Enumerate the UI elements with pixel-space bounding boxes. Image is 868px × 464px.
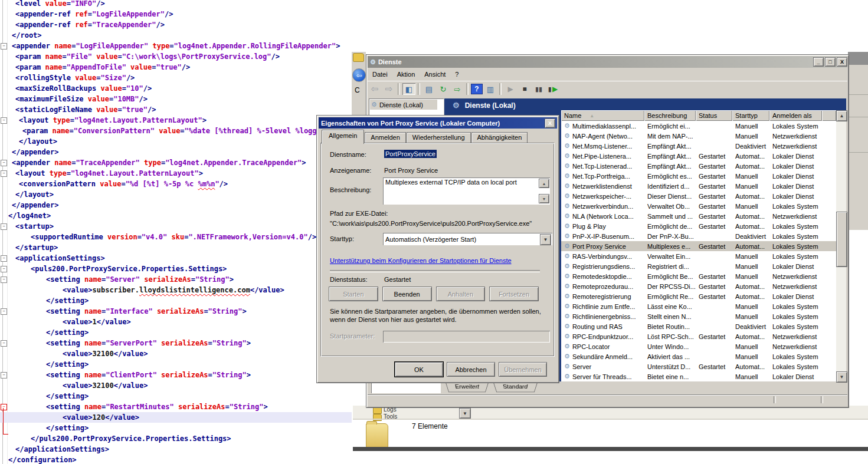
table-row[interactable]: ⚙Netzwerkverbindun...Verwaltet Ob...Gest… xyxy=(561,201,836,211)
resume-button[interactable]: Fortsetzen xyxy=(489,287,539,301)
description-label: Beschreibung: xyxy=(330,186,371,193)
scroll-down-icon[interactable]: ▼ xyxy=(539,194,549,203)
cell: ⚙Server xyxy=(561,363,644,370)
menu-ansicht[interactable]: Ansicht xyxy=(420,70,450,79)
column-header-beschreibung[interactable]: Beschreibung xyxy=(644,110,696,121)
tab-wiederherstellung[interactable]: Wiederherstellung xyxy=(407,132,471,144)
table-row[interactable]: ⚙NLA (Network Loca...Sammelt und ...Gest… xyxy=(561,211,836,221)
column-header-anmelden-als[interactable]: Anmelden als xyxy=(769,110,822,121)
properties-icon[interactable]: ▤ xyxy=(422,83,435,95)
apply-button[interactable]: Übernehmen xyxy=(499,362,547,377)
tab-standard[interactable]: Standard xyxy=(493,383,538,392)
table-row[interactable]: ⚙Richtlinie zum Entfe...Lässt eine Ko...… xyxy=(561,301,836,311)
tab-abhängigkeiten[interactable]: Abhängigkeiten xyxy=(471,132,528,144)
table-row[interactable]: ⚙Remotedesktopdie...Ermöglicht Be...Gest… xyxy=(561,271,836,281)
maximize-button[interactable]: □ xyxy=(825,57,836,67)
column-header-status[interactable]: Status xyxy=(696,110,732,121)
table-row[interactable]: ⚙ServerUnterstützt D...GestartetAutomat.… xyxy=(561,361,836,371)
service-status-label: Dienststatus: xyxy=(330,276,368,283)
pause-service-icon[interactable]: ▮▮ xyxy=(532,83,545,95)
cell: Löst RPC-Sch... xyxy=(644,333,696,340)
scroll-up-icon[interactable]: ▲ xyxy=(836,110,847,121)
dialog-titlebar[interactable]: Eigenschaften von Port Proxy Service (Lo… xyxy=(319,117,557,129)
start-service-icon[interactable]: ▶ xyxy=(504,83,517,95)
table-row[interactable]: ⚙Netzwerkspeicher-...Dieser Dienst...Ges… xyxy=(561,191,836,201)
table-row[interactable]: ⚙RemoteregistrierungErmöglicht Re...Gest… xyxy=(561,291,836,301)
table-row[interactable]: ⚙Net.Pipe-Listenera...Empfängt Akt...Ges… xyxy=(561,151,836,161)
dialog-close-icon[interactable]: X xyxy=(545,119,555,128)
service-name-value[interactable]: PortProxyService xyxy=(384,150,437,157)
stop-service-icon[interactable]: ■ xyxy=(518,83,531,95)
dropdown-arrow-icon[interactable]: ▼ xyxy=(540,234,551,245)
table-row[interactable]: ⚙Remoteprozedurau...Der RPCSS-Di...Gesta… xyxy=(561,281,836,291)
startup-options-help-link[interactable]: Unterstützung beim Konfigurieren der Sta… xyxy=(330,257,512,264)
stop-button[interactable]: Beenden xyxy=(382,287,432,301)
fold-marker-icon[interactable]: − xyxy=(1,43,7,50)
menu-help[interactable]: ? xyxy=(450,70,463,79)
cell: ⚙Sekundäre Anmeld... xyxy=(561,353,644,360)
export-list-icon[interactable]: ⇨ xyxy=(451,83,464,95)
scroll-up-icon[interactable]: ▲ xyxy=(539,179,549,188)
table-row[interactable]: ⚙Net.Tcp-Listenerad...Empfängt Akt...Ges… xyxy=(561,161,836,171)
fold-marker-icon[interactable]: − xyxy=(1,340,7,347)
vertical-scrollbar[interactable]: ▲ ▼ xyxy=(836,110,846,381)
table-row[interactable]: ⚙NAP-Agent (Netwo...Mit dem NAP-...Manue… xyxy=(561,131,836,141)
table-row[interactable]: ⚙Net.Msmq-Listener...Empfängt Akt...Deak… xyxy=(561,141,836,151)
fold-marker-icon[interactable]: − xyxy=(1,160,7,166)
scroll-down-icon[interactable]: ▼ xyxy=(836,371,847,383)
table-row[interactable]: ⚙Net.Tcp-Portfreiga...Ermöglicht es...Ge… xyxy=(561,171,836,181)
description-field[interactable]: Multiplexes external TCP/IP data on loca… xyxy=(383,177,550,205)
column-header-name[interactable]: Name▲ xyxy=(561,110,644,121)
cancel-button[interactable]: Abbrechen xyxy=(447,362,495,377)
back-icon[interactable]: ⇦ xyxy=(368,83,381,95)
service-gear-icon: ⚙ xyxy=(564,242,570,250)
back-icon[interactable]: ⇦ xyxy=(352,68,366,82)
tab-anmelden[interactable]: Anmelden xyxy=(365,132,406,144)
table-row[interactable]: ⚙Multimediaklassenpl...Ermöglicht ei...M… xyxy=(561,121,836,131)
table-row[interactable]: ⚙Registrierungsdiens...Registriert di...… xyxy=(561,261,836,271)
table-row[interactable]: ⚙Server für Threads...Bietet eine n...Ma… xyxy=(561,371,836,381)
fold-marker-icon[interactable]: − xyxy=(1,372,7,379)
titlebar[interactable]: ⚙ Dienste _ □ X xyxy=(368,56,847,68)
menu-datei[interactable]: Datei xyxy=(368,70,392,79)
table-row[interactable]: ⚙RPC-LocatorUnter Windo...ManuellNetzwer… xyxy=(561,341,836,351)
scrollbar-thumb[interactable] xyxy=(836,212,847,267)
tab-erweitert[interactable]: Erweitert xyxy=(446,383,489,392)
startup-type-select[interactable]: Automatisch (Verzögerter Start) ▼ xyxy=(383,233,552,245)
table-row[interactable]: ⚙PnP-X-IP-Busenum...Der PnP-X-Bu...Deakt… xyxy=(561,231,836,241)
pause-button[interactable]: Anhalten xyxy=(436,287,486,301)
refresh-icon[interactable]: ↻ xyxy=(437,83,450,95)
cell: Lokales System xyxy=(769,233,822,240)
help-icon[interactable]: ? xyxy=(471,84,483,94)
fold-marker-icon[interactable]: − xyxy=(1,223,7,230)
table-row[interactable]: ⚙RPC-Endpunktzuor...Löst RPC-Sch...Gesta… xyxy=(561,331,836,341)
ok-button[interactable]: OK xyxy=(395,362,443,377)
table-row-selected[interactable]: ⚙Port Proxy ServiceMultiplexes e...Gesta… xyxy=(561,241,836,251)
show-action-pane-icon[interactable]: ▥ xyxy=(484,83,497,95)
close-button[interactable]: X xyxy=(837,57,847,67)
table-row[interactable]: ⚙RAS-Verbindungsv...Verwaltet Ein...Manu… xyxy=(561,251,836,261)
fold-marker-icon[interactable]: − xyxy=(1,277,7,283)
column-header-starttyp[interactable]: Starttyp xyxy=(732,110,769,121)
forward-icon[interactable]: ⇨ xyxy=(382,83,395,95)
tab-allgemein[interactable]: Allgemein xyxy=(322,130,364,144)
minimize-button[interactable]: _ xyxy=(813,57,824,67)
restart-service-icon[interactable]: ▶ xyxy=(546,83,559,95)
fold-marker-icon[interactable]: − xyxy=(1,255,7,262)
fold-marker-icon[interactable]: − xyxy=(1,266,7,272)
table-row[interactable]: ⚙NetzwerklistendienstIdentifiziert d...G… xyxy=(561,181,836,191)
menu-aktion[interactable]: Aktion xyxy=(392,70,420,79)
fold-marker-icon[interactable]: − xyxy=(1,117,7,124)
start-params-input[interactable] xyxy=(383,331,550,343)
table-row[interactable]: ⚙Plug & PlayErmöglicht de...GestartetAut… xyxy=(561,221,836,231)
table-row[interactable]: ⚙Richtlinienergebniss...Stellt einen N..… xyxy=(561,311,836,321)
fold-marker-icon[interactable]: − xyxy=(1,170,7,177)
tree-item-dienste-lokal[interactable]: ⚙ Dienste (Lokal) xyxy=(370,100,437,110)
fold-marker-icon[interactable]: − xyxy=(1,308,7,315)
start-button[interactable]: Starten xyxy=(329,287,378,301)
table-row[interactable]: ⚙Sekundäre Anmeld...Aktiviert das ...Man… xyxy=(561,351,836,361)
table-row[interactable]: ⚙Routing und RASBietet Routin...Deaktivi… xyxy=(561,321,836,331)
column-header-filler[interactable] xyxy=(822,110,836,121)
show-console-tree-icon[interactable]: ◧ xyxy=(402,83,415,95)
dropdown-arrow-icon[interactable]: ▼ xyxy=(459,408,471,419)
